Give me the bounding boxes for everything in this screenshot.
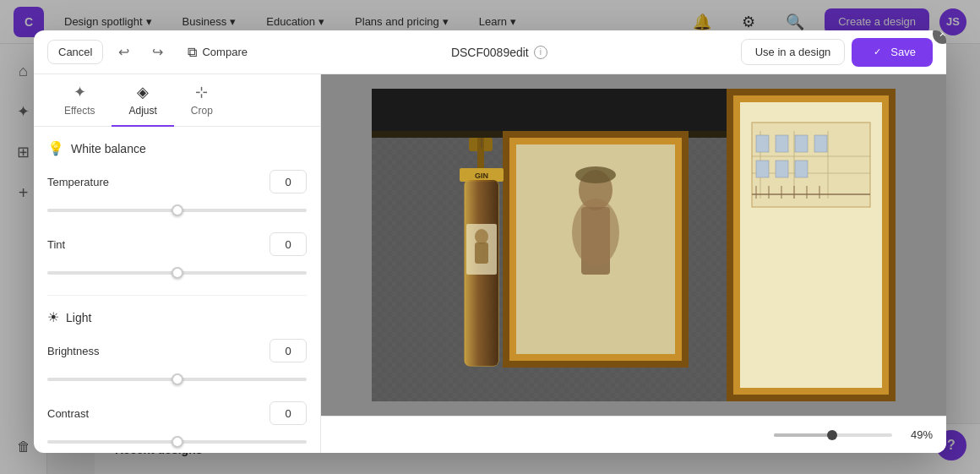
crop-icon: ⊹: [195, 83, 208, 101]
redo-button[interactable]: ↪: [144, 39, 171, 66]
compare-button[interactable]: ⧉ Compare: [177, 40, 257, 65]
contrast-value-input[interactable]: [270, 401, 307, 425]
effects-icon: ✦: [74, 83, 86, 101]
left-panel: ✦ Effects ◈ Adjust ⊹ Crop 💡 White balanc…: [34, 74, 321, 453]
tab-effects[interactable]: ✦ Effects: [47, 74, 112, 127]
svg-rect-18: [776, 135, 788, 152]
temperature-group: Temperature: [47, 170, 307, 215]
svg-rect-23: [795, 161, 808, 177]
info-icon[interactable]: i: [534, 46, 547, 59]
contrast-slider[interactable]: [47, 440, 307, 444]
image-bottom-bar: 49%: [321, 416, 946, 453]
zoom-thumb[interactable]: [827, 430, 837, 440]
contrast-row: Contrast: [47, 401, 307, 425]
save-button[interactable]: ✓ Save: [852, 38, 933, 67]
adjust-panel: 💡 White balance Temperature Tint: [34, 127, 320, 453]
svg-point-38: [575, 166, 616, 183]
contrast-label: Contrast: [47, 407, 89, 420]
temperature-row: Temperature: [47, 170, 307, 193]
undo-button[interactable]: ↩: [110, 39, 137, 66]
svg-rect-17: [756, 135, 769, 152]
svg-point-37: [572, 199, 619, 266]
tint-value-input[interactable]: [270, 232, 307, 256]
divider-1: [47, 295, 307, 296]
temperature-value-input[interactable]: [270, 170, 307, 193]
redo-icon: ↪: [152, 44, 163, 60]
svg-rect-20: [814, 135, 827, 152]
svg-rect-22: [776, 161, 788, 177]
image-container: GIN: [321, 74, 946, 416]
tab-bar: ✦ Effects ◈ Adjust ⊹ Crop: [34, 74, 320, 127]
tint-group: Tint: [47, 232, 307, 278]
tint-slider[interactable]: [47, 271, 307, 275]
svg-rect-48: [475, 242, 488, 264]
contrast-group: Contrast: [47, 401, 307, 447]
check-icon: ✓: [868, 44, 885, 61]
use-in-design-button[interactable]: Use in a design: [741, 39, 846, 65]
white-balance-icon: 💡: [47, 140, 64, 156]
undo-icon: ↩: [118, 44, 129, 60]
modal-header: Cancel ↩ ↪ ⧉ Compare DSCF0089edit i Use …: [34, 30, 946, 74]
tint-row: Tint: [47, 232, 307, 256]
zoom-value: 49%: [902, 428, 933, 441]
brightness-label: Brightness: [47, 345, 99, 357]
brightness-value-input[interactable]: [270, 339, 307, 362]
tint-label: Tint: [47, 238, 65, 251]
tab-adjust[interactable]: ◈ Adjust: [112, 74, 173, 127]
cancel-button[interactable]: Cancel: [47, 40, 103, 64]
svg-point-47: [475, 229, 488, 244]
svg-rect-21: [756, 161, 769, 177]
temperature-label: Temperature: [47, 176, 109, 188]
zoom-track-container: [774, 433, 892, 437]
temperature-slider[interactable]: [47, 209, 307, 212]
light-header: ☀ Light: [47, 309, 307, 325]
adjust-icon: ◈: [137, 83, 149, 101]
image-editor-modal: ✕ Cancel ↩ ↪ ⧉ Compare DSCF0089edit i Us…: [34, 30, 946, 453]
svg-rect-19: [795, 135, 808, 152]
white-balance-header: 💡 White balance: [47, 140, 307, 156]
image-area: GIN: [321, 74, 946, 453]
tab-crop[interactable]: ⊹ Crop: [174, 74, 230, 127]
brightness-group: Brightness: [47, 339, 307, 384]
svg-text:GIN: GIN: [475, 172, 488, 180]
compare-icon: ⧉: [188, 45, 197, 60]
photo-display: GIN: [372, 89, 896, 401]
modal-title: DSCF0089edit i: [264, 46, 734, 59]
zoom-fill: [774, 433, 832, 437]
light-icon: ☀: [47, 309, 59, 325]
brightness-row: Brightness: [47, 339, 307, 362]
modal-body: ✦ Effects ◈ Adjust ⊹ Crop 💡 White balanc…: [34, 74, 946, 453]
brightness-slider[interactable]: [47, 378, 307, 381]
